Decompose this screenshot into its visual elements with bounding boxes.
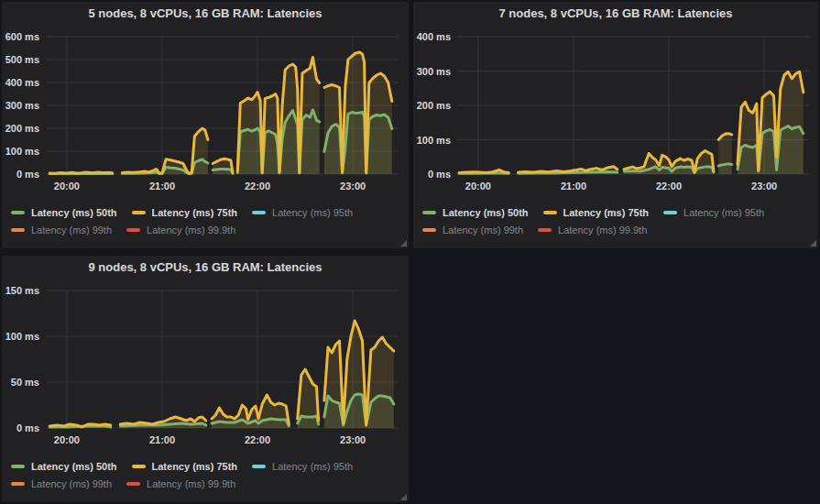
y-tick-label: 200 ms bbox=[5, 123, 39, 134]
y-tick-label: 0 ms bbox=[428, 169, 451, 180]
chart-plot[interactable]: 0 ms100 ms200 ms300 ms400 ms20:0021:0022… bbox=[415, 26, 815, 198]
legend-label: Latency (ms) 50th bbox=[31, 461, 117, 472]
chart-legend: Latency (ms) 50thLatency (ms) 75thLatenc… bbox=[11, 203, 403, 238]
series-line bbox=[49, 172, 113, 173]
legend-label: Latency (ms) 95th bbox=[272, 207, 353, 218]
legend-color-dash-icon bbox=[126, 482, 140, 486]
legend-item-latency-ms-99-9th[interactable]: Latency (ms) 99.9th bbox=[126, 478, 235, 489]
latency-chart-9-nodes[interactable]: 0 ms50 ms100 ms150 ms20:0021:0022:0023:0… bbox=[4, 279, 403, 452]
legend-label: Latency (ms) 99th bbox=[31, 225, 112, 236]
legend-label: Latency (ms) 75th bbox=[152, 461, 238, 472]
x-tick-label: 21:00 bbox=[561, 181, 586, 192]
legend-color-dash-icon bbox=[538, 228, 552, 232]
legend-color-dash-icon bbox=[422, 211, 436, 214]
legend-item-latency-ms-99th[interactable]: Latency (ms) 99th bbox=[422, 225, 523, 236]
legend-color-dash-icon bbox=[11, 465, 25, 468]
y-tick-label: 0 ms bbox=[16, 422, 39, 433]
legend-item-latency-ms-50th[interactable]: Latency (ms) 50th bbox=[11, 207, 117, 218]
x-tick-label: 21:00 bbox=[149, 434, 175, 445]
series-area bbox=[718, 134, 732, 174]
y-tick-label: 300 ms bbox=[5, 100, 39, 111]
legend-row: Latency (ms) 50thLatency (ms) 75thLatenc… bbox=[11, 203, 403, 221]
legend-color-dash-icon bbox=[543, 211, 557, 214]
x-tick-label: 20:00 bbox=[465, 181, 491, 192]
latency-chart-7-nodes[interactable]: 0 ms100 ms200 ms300 ms400 ms20:0021:0022… bbox=[415, 26, 815, 198]
y-tick-label: 100 ms bbox=[5, 331, 39, 342]
panel-9-nodes: 9 nodes, 8 vCPUs, 16 GB RAM: Latencies 0… bbox=[2, 256, 409, 502]
x-tick-label: 22:00 bbox=[245, 181, 270, 192]
legend-item-latency-ms-50th[interactable]: Latency (ms) 50th bbox=[11, 461, 117, 472]
y-tick-label: 500 ms bbox=[5, 54, 39, 65]
panel-resize-handle-icon[interactable] bbox=[400, 240, 407, 247]
legend-label: Latency (ms) 95th bbox=[272, 461, 353, 472]
legend-color-dash-icon bbox=[11, 211, 25, 214]
legend-color-dash-icon bbox=[132, 465, 146, 468]
legend-item-latency-ms-99th[interactable]: Latency (ms) 99th bbox=[11, 225, 112, 236]
x-tick-label: 23:00 bbox=[340, 434, 366, 445]
legend-row: Latency (ms) 99thLatency (ms) 99.9th bbox=[11, 221, 403, 238]
legend-label: Latency (ms) 99.9th bbox=[558, 225, 647, 236]
legend-item-latency-ms-99-9th[interactable]: Latency (ms) 99.9th bbox=[126, 225, 235, 236]
legend-label: Latency (ms) 50th bbox=[443, 207, 529, 218]
series-line bbox=[459, 170, 508, 173]
legend-label: Latency (ms) 75th bbox=[152, 207, 238, 218]
legend-label: Latency (ms) 99th bbox=[443, 225, 523, 236]
legend-color-dash-icon bbox=[11, 482, 25, 486]
legend-item-latency-ms-95th[interactable]: Latency (ms) 95th bbox=[252, 461, 353, 472]
legend-label: Latency (ms) 99.9th bbox=[147, 478, 235, 489]
legend-color-dash-icon bbox=[252, 465, 266, 468]
x-tick-label: 23:00 bbox=[340, 181, 366, 192]
legend-color-dash-icon bbox=[422, 228, 436, 232]
legend-item-latency-ms-99th[interactable]: Latency (ms) 99th bbox=[11, 478, 112, 489]
y-tick-label: 200 ms bbox=[417, 100, 451, 111]
y-tick-label: 100 ms bbox=[5, 146, 39, 157]
legend-row: Latency (ms) 99thLatency (ms) 99.9th bbox=[422, 221, 813, 238]
panel-resize-handle-icon[interactable] bbox=[400, 494, 407, 500]
y-tick-label: 600 ms bbox=[5, 31, 39, 42]
legend-color-dash-icon bbox=[252, 211, 266, 214]
y-tick-label: 400 ms bbox=[417, 31, 451, 42]
legend-color-dash-icon bbox=[126, 228, 140, 232]
panel-5-nodes: 5 nodes, 8 vCPUs, 16 GB RAM: Latencies 0… bbox=[2, 2, 409, 248]
x-tick-label: 23:00 bbox=[751, 181, 777, 192]
panel-title[interactable]: 7 nodes, 8 vCPUs, 16 GB RAM: Latencies bbox=[413, 6, 818, 20]
x-tick-label: 20:00 bbox=[54, 434, 80, 445]
legend-item-latency-ms-95th[interactable]: Latency (ms) 95th bbox=[252, 207, 353, 218]
legend-item-latency-ms-75th[interactable]: Latency (ms) 75th bbox=[132, 207, 238, 218]
panel-title[interactable]: 5 nodes, 8 vCPUs, 16 GB RAM: Latencies bbox=[2, 6, 409, 20]
legend-label: Latency (ms) 95th bbox=[683, 207, 764, 218]
legend-color-dash-icon bbox=[663, 211, 677, 214]
x-tick-label: 21:00 bbox=[149, 181, 175, 192]
x-tick-label: 20:00 bbox=[54, 181, 80, 192]
legend-item-latency-ms-99-9th[interactable]: Latency (ms) 99.9th bbox=[538, 225, 647, 236]
chart-legend: Latency (ms) 50thLatency (ms) 75thLatenc… bbox=[422, 203, 813, 238]
x-tick-label: 22:00 bbox=[245, 434, 270, 445]
x-tick-label: 22:00 bbox=[656, 181, 682, 192]
legend-item-latency-ms-50th[interactable]: Latency (ms) 50th bbox=[422, 207, 529, 218]
legend-label: Latency (ms) 50th bbox=[31, 207, 117, 218]
series-area bbox=[738, 71, 804, 174]
panel-title[interactable]: 9 nodes, 8 vCPUs, 16 GB RAM: Latencies bbox=[2, 260, 409, 274]
legend-item-latency-ms-75th[interactable]: Latency (ms) 75th bbox=[543, 207, 650, 218]
chart-plot[interactable]: 0 ms100 ms200 ms300 ms400 ms500 ms600 ms… bbox=[4, 26, 403, 198]
legend-row: Latency (ms) 50thLatency (ms) 75thLatenc… bbox=[422, 203, 813, 221]
legend-label: Latency (ms) 99.9th bbox=[147, 225, 235, 236]
legend-item-latency-ms-95th[interactable]: Latency (ms) 95th bbox=[663, 207, 764, 218]
legend-item-latency-ms-75th[interactable]: Latency (ms) 75th bbox=[132, 461, 238, 472]
legend-row: Latency (ms) 50thLatency (ms) 75thLatenc… bbox=[11, 457, 403, 475]
legend-row: Latency (ms) 99thLatency (ms) 99.9th bbox=[11, 475, 403, 492]
legend-color-dash-icon bbox=[11, 228, 25, 232]
panel-resize-handle-icon[interactable] bbox=[810, 240, 816, 247]
y-tick-label: 300 ms bbox=[417, 66, 451, 77]
legend-label: Latency (ms) 75th bbox=[563, 207, 650, 218]
chart-legend: Latency (ms) 50thLatency (ms) 75thLatenc… bbox=[11, 457, 403, 492]
y-tick-label: 150 ms bbox=[5, 285, 39, 296]
chart-plot[interactable]: 0 ms50 ms100 ms150 ms20:0021:0022:0023:0… bbox=[4, 279, 403, 452]
legend-label: Latency (ms) 99th bbox=[31, 478, 112, 489]
y-tick-label: 100 ms bbox=[417, 135, 451, 146]
legend-color-dash-icon bbox=[132, 211, 146, 214]
y-tick-label: 0 ms bbox=[16, 169, 39, 180]
y-tick-label: 400 ms bbox=[5, 77, 39, 88]
panel-7-nodes: 7 nodes, 8 vCPUs, 16 GB RAM: Latencies 0… bbox=[413, 2, 818, 248]
latency-chart-5-nodes[interactable]: 0 ms100 ms200 ms300 ms400 ms500 ms600 ms… bbox=[4, 26, 403, 198]
